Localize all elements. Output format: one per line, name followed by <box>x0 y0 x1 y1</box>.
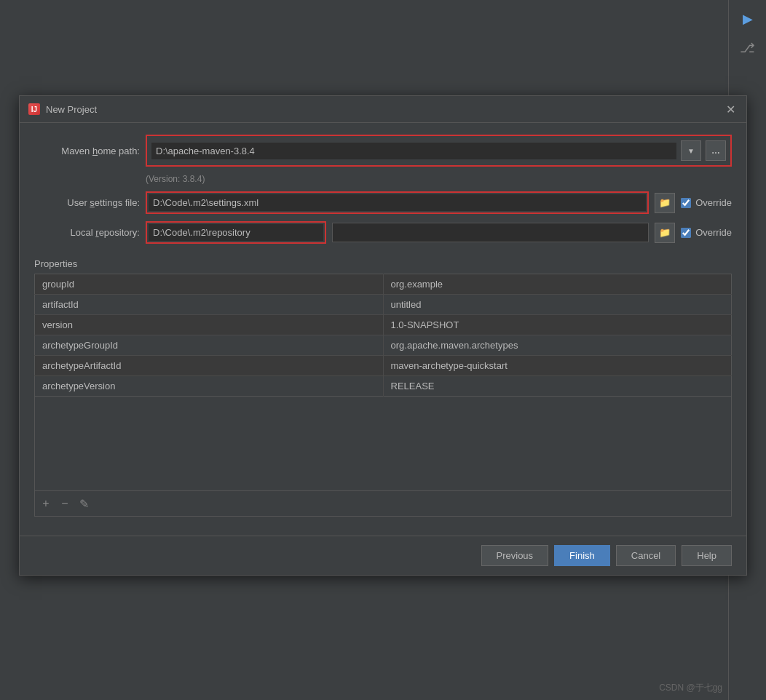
property-value: untitled <box>383 295 732 315</box>
property-value: org.example <box>383 274 732 295</box>
dialog-footer: Previous Finish Cancel Help <box>20 536 746 575</box>
property-name: archetypeArtifactId <box>35 356 384 376</box>
user-settings-input[interactable] <box>149 194 646 211</box>
local-repo-browse-btn[interactable]: 📁 <box>655 223 675 243</box>
local-repo-wrapper <box>146 221 326 244</box>
property-name: archetypeGroupId <box>35 335 384 356</box>
dialog-content: Maven home path: ▼ … (Version: 3.8.4) Us… <box>20 123 746 528</box>
maven-version-text: (Version: 3.8.4) <box>146 174 732 184</box>
maven-home-label: Maven home path: <box>34 146 140 156</box>
properties-section: Properties groupIdorg.exampleartifactIdu… <box>34 255 732 517</box>
local-repo-override-container: Override <box>681 227 732 238</box>
table-row: artifactIduntitled <box>35 295 732 315</box>
maven-home-row: Maven home path: ▼ … <box>34 135 732 167</box>
help-button[interactable]: Help <box>682 545 732 566</box>
property-name: archetypeVersion <box>35 376 384 397</box>
maven-path-dropdown-btn[interactable]: ▼ <box>681 140 701 161</box>
local-repo-override-checkbox[interactable] <box>681 228 691 238</box>
properties-toolbar: + − ✎ <box>34 491 732 517</box>
sidebar-run-icon[interactable]: ▶ <box>735 6 761 32</box>
property-name: groupId <box>35 274 384 295</box>
property-value: RELEASE <box>383 376 732 397</box>
table-row: archetypeVersionRELEASE <box>35 376 732 397</box>
maven-home-label-text: Maven home path: <box>61 146 140 156</box>
finish-button[interactable]: Finish <box>554 545 610 566</box>
watermark: CSDN @于七gg <box>659 682 722 694</box>
new-project-dialog: IJ New Project ✕ Maven home path: ▼ … (V… <box>19 95 747 576</box>
title-bar-left: IJ New Project <box>28 103 97 115</box>
local-repo-override-label: Override <box>695 227 732 238</box>
sidebar-git-icon[interactable]: ⎇ <box>735 35 761 61</box>
maven-path-box: ▼ … <box>146 135 732 167</box>
properties-empty-area <box>34 397 732 491</box>
property-name: version <box>35 315 384 335</box>
local-repo-label: Local repository: <box>34 227 140 238</box>
user-settings-override-checkbox[interactable] <box>681 198 691 208</box>
user-settings-label: User settings file: <box>34 197 140 208</box>
dialog-title: New Project <box>46 104 97 115</box>
table-row: version1.0-SNAPSHOT <box>35 315 732 335</box>
user-settings-override-label: Override <box>695 197 732 208</box>
edit-property-btn[interactable]: ✎ <box>76 496 92 512</box>
property-value: maven-archetype-quickstart <box>383 356 732 376</box>
previous-button[interactable]: Previous <box>481 545 549 566</box>
title-bar: IJ New Project ✕ <box>20 96 746 123</box>
property-name: artifactId <box>35 295 384 315</box>
local-repo-row: Local repository: 📁 Override <box>34 221 732 244</box>
user-settings-wrapper <box>146 191 649 214</box>
local-repo-input[interactable] <box>149 224 323 241</box>
cancel-button[interactable]: Cancel <box>616 545 676 566</box>
close-button[interactable]: ✕ <box>723 102 738 116</box>
table-row: groupIdorg.example <box>35 274 732 295</box>
app-icon: IJ <box>28 103 40 115</box>
properties-title: Properties <box>34 255 732 272</box>
user-settings-override-container: Override <box>681 197 732 208</box>
maven-path-browse-btn[interactable]: … <box>706 140 726 161</box>
table-row: archetypeArtifactIdmaven-archetype-quick… <box>35 356 732 376</box>
remove-property-btn[interactable]: − <box>57 496 73 512</box>
user-settings-row: User settings file: 📁 Override <box>34 191 732 214</box>
user-settings-browse-btn[interactable]: 📁 <box>655 193 675 213</box>
properties-table: groupIdorg.exampleartifactIduntitledvers… <box>34 274 732 397</box>
add-property-btn[interactable]: + <box>38 496 54 512</box>
property-value: 1.0-SNAPSHOT <box>383 315 732 335</box>
maven-home-input[interactable] <box>151 143 676 159</box>
local-repo-extra-input[interactable] <box>332 223 649 242</box>
property-value: org.apache.maven.archetypes <box>383 335 732 356</box>
table-row: archetypeGroupIdorg.apache.maven.archety… <box>35 335 732 356</box>
